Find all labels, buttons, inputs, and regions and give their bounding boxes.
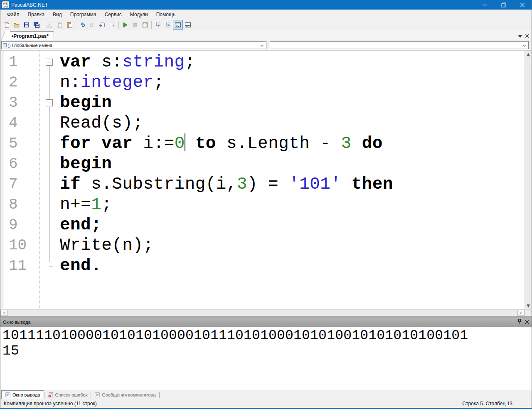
code-text: Read(s); [57,113,143,133]
paste-icon[interactable] [64,20,74,30]
fold-guide [39,174,57,195]
code-line[interactable]: 4Read(s); [0,113,525,133]
horizontal-scrollbar[interactable]: ‹ › [0,309,532,316]
debug-grid-icon[interactable] [140,20,150,30]
tab-close-icon[interactable] [525,32,529,39]
bottom-tab-label: Сообщения компилятора [102,392,155,397]
minimize-icon[interactable] [475,0,494,10]
braces-icon: () [7,43,10,48]
fold-guide [39,133,57,154]
horizontal-scroll-track[interactable] [7,310,517,316]
stop-icon [130,20,140,30]
nav-forward-icon [107,20,117,30]
output-line: 1011110100001010101000010111010100010101… [2,328,530,343]
code-line[interactable]: 3begin [0,93,525,113]
menu-item[interactable]: Файл [3,10,24,19]
line-number: 2 [0,72,39,93]
menu-item[interactable]: Модули [126,10,152,19]
code-text: end. [57,256,101,276]
tab-separator [159,392,160,398]
code-text: for var i:=0 to s.Length - 3 do [57,133,383,154]
member-selector[interactable] [270,41,529,49]
code-line[interactable]: 11end. [0,256,525,276]
menu-item[interactable]: Правка [24,10,49,19]
bottom-tab-errors[interactable]: Список ошибок [44,390,91,399]
error-list-icon [48,392,54,398]
line-number: 8 [0,195,39,215]
chevron-down-icon [522,43,527,48]
bottom-tab-compiler-messages[interactable]: Сообщения компилятора [91,390,159,399]
status-bar: Компиляция прошла успешно (11 строк) Стр… [0,399,532,408]
code-line[interactable]: 9end; [0,215,525,235]
output-panel-header: Окно вывода [0,318,532,327]
menu-item[interactable]: Помощь [152,10,180,19]
console-toggle-icon[interactable] [173,20,183,30]
bottom-tab-label: Список ошибок [55,392,88,397]
copy-icon [54,20,64,30]
line-number: 9 [0,215,39,235]
line-number: 1 [0,52,39,72]
toolbar [0,19,532,30]
line-number: 10 [0,235,39,256]
save-all-icon[interactable] [32,20,42,30]
code-line[interactable]: 2n:integer; [0,72,525,93]
code-text: begin [57,154,112,174]
code-line[interactable]: 7if s.Substring(i,3) = '101' then [0,174,525,195]
code-text: if s.Substring(i,3) = '101' then [57,174,393,195]
menu-item[interactable]: Программа [66,10,101,19]
chevron-down-icon [260,43,265,48]
new-file-icon[interactable] [2,20,12,30]
code-line[interactable]: 5for var i:=0 to s.Length - 3 do [0,133,525,154]
code-line[interactable]: 1var s:string; [0,52,525,72]
scroll-down-icon[interactable]: ▼ [525,302,532,309]
scroll-up-icon[interactable]: ▲ [525,51,532,58]
code-line[interactable]: 6begin [0,154,525,174]
output-icon [5,392,11,398]
fold-guide [39,72,57,93]
close-icon[interactable] [513,0,532,10]
fold-collapse-icon[interactable] [39,93,57,113]
bottom-tab-label: Окно вывода [12,392,40,397]
goto-def-icon[interactable] [153,20,163,30]
menu-item[interactable]: Вид [49,10,66,19]
fold-collapse-icon[interactable] [39,52,57,72]
tab-program1[interactable]: •Program1.pas* [5,31,54,40]
app-window: A B .net PascalABC.NET ФайлПравкаВидПрог… [0,0,532,409]
menu-bar: ФайлПравкаВидПрограммаСервисМодулиПомощь [0,10,532,19]
line-number: 6 [0,154,39,174]
code-text: n+=1; [57,195,112,215]
scope-value: Глобальные имена [12,43,52,48]
app-logo-icon: A B .net [2,1,9,8]
code-editor[interactable]: 1var s:string;2n:integer;3begin4Read(s);… [0,51,525,309]
tab-list-dropdown-icon[interactable] [518,32,522,39]
goto-impl-icon[interactable] [163,20,173,30]
vertical-scrollbar[interactable]: ▲ ▼ [525,51,532,309]
code-line[interactable]: 8n+=1; [0,195,525,215]
code-text: Write(n); [57,235,154,256]
line-number: 7 [0,174,39,195]
scroll-left-icon[interactable]: ‹ [0,310,7,316]
cut-icon [44,20,54,30]
window-title: PascalABC.NET [11,2,48,8]
scope-selector[interactable]: () Глобальные имена [1,41,266,49]
bottom-tab-output[interactable]: Окно вывода [1,390,44,399]
nav-back-icon[interactable] [97,20,107,30]
undo-icon[interactable] [77,20,87,30]
fold-guide [39,256,57,276]
layout-toggle-icon[interactable] [183,20,193,30]
compiler-messages-icon [94,392,100,398]
code-line[interactable]: 10Write(n); [0,235,525,256]
pin-icon[interactable] [517,318,522,326]
save-icon[interactable] [22,20,32,30]
scroll-right-icon[interactable]: › [517,310,525,316]
output-line: 15 [2,343,530,359]
menu-item[interactable]: Сервис [101,10,126,19]
code-text: begin [57,93,112,113]
panel-close-icon[interactable] [525,318,529,326]
run-icon[interactable] [120,20,130,30]
open-file-icon[interactable] [12,20,22,30]
restore-icon[interactable] [494,0,513,10]
toolbar-separator [118,21,119,29]
fold-guide [39,235,57,256]
output-window[interactable]: 1011110100001010101000010111010100010101… [0,327,532,390]
